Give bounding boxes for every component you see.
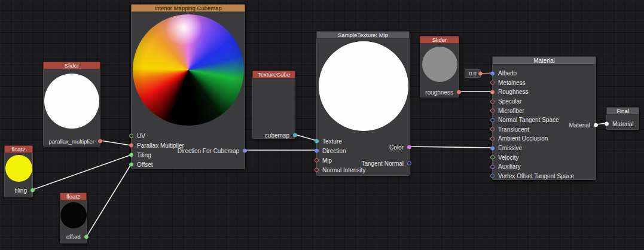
port-label: cubemap bbox=[265, 132, 289, 139]
wire-parallax-to-parallax-multiplier[interactable] bbox=[100, 141, 131, 145]
node-title-bar[interactable]: Slider bbox=[420, 36, 459, 44]
port-normal-intensity-in[interactable] bbox=[315, 168, 319, 172]
port-albedo-in[interactable] bbox=[490, 71, 495, 75]
sampletexture-inputs: TextureDirectionMipNormal Intensity bbox=[317, 136, 409, 175]
port-tiling-in[interactable] bbox=[129, 153, 133, 157]
port-texture-in[interactable] bbox=[315, 139, 319, 144]
port-row-roughness: Roughness bbox=[493, 87, 596, 97]
port-row-auxiliary: Auxiliary bbox=[493, 162, 596, 172]
port-color-output[interactable] bbox=[407, 145, 411, 150]
node-sampletexture-mip[interactable]: SampleTexture: Mip TextureDirectionMipNo… bbox=[316, 31, 410, 176]
port-label: Color bbox=[389, 144, 404, 151]
port-row-vertex-offset-tangent-space: Vertex Offset Tangent Space bbox=[493, 172, 596, 181]
port-row-roughness: roughness bbox=[420, 88, 459, 96]
preview-interior-mapping-cubemap bbox=[133, 14, 244, 126]
port-row-tiling: tiling bbox=[5, 186, 32, 194]
port-label: Mip bbox=[322, 157, 332, 164]
port-auxiliary-in[interactable] bbox=[490, 164, 495, 169]
port-label: Specular bbox=[498, 98, 521, 105]
node-slider-parallax-multiplier[interactable]: Slider parallax_multiplier bbox=[43, 62, 100, 147]
node-title-bar[interactable]: Interior Mapping Cubemap bbox=[131, 4, 245, 12]
port-row-microfiber: Microfiber bbox=[493, 106, 596, 115]
node-title: float2 bbox=[66, 193, 80, 200]
preview-tiling bbox=[5, 155, 32, 182]
node-title: Slider bbox=[432, 36, 447, 43]
node-final[interactable]: Final Material bbox=[606, 107, 639, 130]
port-label: Direction bbox=[322, 148, 346, 154]
port-offset-in[interactable] bbox=[129, 163, 133, 167]
port-label: Tiling bbox=[137, 152, 151, 158]
node-title-bar[interactable]: float2 bbox=[4, 145, 33, 153]
albedo-value-box[interactable]: 0.0 bbox=[465, 69, 481, 78]
node-title-bar[interactable]: Material bbox=[492, 56, 596, 65]
node-title: TextureCube bbox=[258, 71, 290, 78]
port-tangent-normal-output[interactable] bbox=[407, 161, 411, 166]
port-row-material-output: Material bbox=[569, 121, 596, 129]
node-float2-offset[interactable]: float2 offset bbox=[60, 193, 87, 243]
port-label: Vertex Offset Tangent Space bbox=[498, 173, 574, 179]
port-metalness-in[interactable] bbox=[490, 81, 495, 85]
node-title-bar[interactable]: TextureCube bbox=[252, 71, 295, 78]
wire-tiling-to-tiling[interactable] bbox=[33, 155, 131, 190]
port-microfiber-in[interactable] bbox=[490, 109, 495, 113]
port-label: Metalness bbox=[498, 80, 526, 86]
port-tiling-output[interactable] bbox=[30, 188, 35, 193]
preview-roughness bbox=[422, 47, 457, 82]
port-label: Auxiliary bbox=[498, 163, 521, 170]
port-final-material-input[interactable] bbox=[605, 122, 609, 126]
node-interior-mapping-cubemap[interactable]: Interior Mapping Cubemap UVParallax Mult… bbox=[131, 4, 245, 169]
node-slider-roughness[interactable]: Slider roughness bbox=[420, 36, 459, 97]
port-row-emissive: Emissive bbox=[493, 144, 596, 153]
node-title-bar[interactable]: Final bbox=[606, 107, 639, 115]
port-parallax-multiplier-output[interactable] bbox=[98, 139, 102, 144]
port-emissive-in[interactable] bbox=[490, 146, 495, 150]
port-material-output[interactable] bbox=[594, 123, 598, 127]
wire-color-to-emissive[interactable] bbox=[410, 147, 492, 148]
preview-sampletexture bbox=[319, 41, 408, 131]
port-row-direction-for-cubemap: Direction For Cubemap bbox=[178, 147, 245, 155]
port-roughness-output[interactable] bbox=[457, 90, 461, 94]
port-value-output[interactable] bbox=[478, 72, 483, 76]
port-row-tangent-normal: Tangent Normal bbox=[361, 159, 409, 167]
port-vertex-offset-tangent-space-in[interactable] bbox=[490, 174, 495, 178]
wire-offset-to-offset[interactable] bbox=[87, 164, 131, 236]
port-label: Microfiber bbox=[498, 108, 524, 114]
node-material[interactable]: Material AlbedoMetalnessRoughnessSpecula… bbox=[492, 56, 596, 180]
port-row-color: Color bbox=[389, 143, 409, 151]
port-ambient-occlusion-in[interactable] bbox=[490, 136, 495, 141]
port-label: Roughness bbox=[498, 89, 529, 95]
node-texturecube[interactable]: TextureCube cubemap bbox=[252, 71, 295, 139]
node-title-bar[interactable]: float2 bbox=[60, 193, 87, 200]
port-row-velocity: Velocity bbox=[493, 153, 596, 162]
port-velocity-in[interactable] bbox=[490, 156, 495, 160]
node-title-bar[interactable]: SampleTexture: Mip bbox=[316, 31, 410, 39]
node-title: Final bbox=[616, 108, 629, 114]
port-specular-in[interactable] bbox=[490, 99, 495, 103]
port-uv-in[interactable] bbox=[129, 134, 133, 138]
port-label: Offset bbox=[137, 161, 153, 168]
wire-cubemap-to-texture[interactable] bbox=[295, 135, 316, 141]
port-cubemap-output[interactable] bbox=[293, 133, 297, 138]
port-label: tiling bbox=[14, 187, 27, 194]
node-graph-canvas[interactable]: float2 tiling float2 offset Slider paral… bbox=[0, 0, 644, 250]
node-title-bar[interactable]: Slider bbox=[43, 62, 100, 69]
port-direction-for-cubemap-output[interactable] bbox=[243, 149, 247, 153]
port-row-final-material: Material bbox=[607, 120, 639, 128]
port-direction-in[interactable] bbox=[315, 149, 319, 153]
node-float2-tiling[interactable]: float2 tiling bbox=[4, 145, 33, 197]
port-row-ambient-occlusion: Ambient Occlusion bbox=[493, 134, 596, 144]
port-roughness-in[interactable] bbox=[490, 90, 495, 94]
node-title: Material bbox=[533, 57, 555, 64]
port-label: Material bbox=[612, 121, 634, 127]
port-offset-output[interactable] bbox=[84, 235, 88, 239]
node-title: SampleTexture: Mip bbox=[338, 32, 388, 38]
preview-offset bbox=[60, 202, 87, 228]
port-parallax-multiplier-in[interactable] bbox=[129, 144, 133, 148]
port-label: Albedo bbox=[498, 70, 517, 77]
port-label: Normal Intensity bbox=[322, 167, 365, 173]
port-normal-tangent-space-in[interactable] bbox=[490, 118, 495, 122]
port-label: Translucent bbox=[498, 126, 529, 133]
port-label: Tangent Normal bbox=[361, 160, 404, 167]
port-mip-in[interactable] bbox=[315, 158, 319, 163]
port-translucent-in[interactable] bbox=[490, 127, 495, 132]
